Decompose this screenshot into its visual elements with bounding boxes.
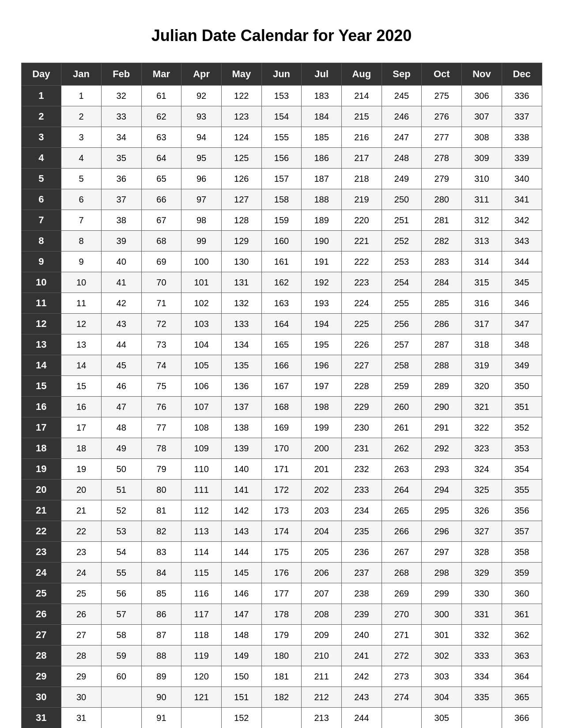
data-cell: 293 (422, 459, 462, 480)
data-cell: 23 (61, 542, 102, 563)
data-cell: 158 (261, 189, 302, 210)
data-cell: 302 (422, 645, 462, 666)
data-cell: 10 (61, 272, 102, 293)
data-cell: 275 (422, 86, 462, 106)
data-cell: 46 (101, 376, 141, 397)
julian-date-table: DayJanFebMarAprMayJunJulAugSepOctNovDec … (21, 63, 542, 728)
data-cell: 50 (101, 459, 141, 480)
table-row: 19195079110140171201232263293324354 (21, 459, 542, 480)
data-cell: 106 (181, 376, 222, 397)
data-cell: 96 (181, 169, 222, 189)
data-cell: 4 (61, 148, 102, 169)
table-row: 15154675106136167197228259289320350 (21, 376, 542, 397)
data-cell: 211 (302, 666, 342, 687)
data-cell: 39 (101, 231, 141, 251)
data-cell: 179 (261, 625, 302, 645)
data-cell: 319 (462, 355, 502, 376)
day-cell: 15 (21, 376, 61, 397)
data-cell: 331 (462, 604, 502, 625)
data-cell: 268 (382, 563, 422, 583)
data-cell: 143 (221, 521, 261, 542)
data-cell: 27 (61, 625, 102, 645)
data-cell (261, 708, 302, 728)
data-cell: 131 (221, 272, 261, 293)
data-cell: 145 (221, 563, 261, 583)
data-cell: 276 (422, 106, 462, 127)
data-cell: 90 (141, 687, 181, 708)
table-row: 22225382113143174204235266296327357 (21, 521, 542, 542)
data-cell: 31 (61, 708, 102, 728)
table-row: 28285988119149180210241272302333363 (21, 645, 542, 666)
data-cell: 124 (221, 127, 261, 148)
data-cell: 9 (61, 251, 102, 272)
day-cell: 27 (21, 625, 61, 645)
data-cell: 333 (462, 645, 502, 666)
day-cell: 24 (21, 563, 61, 583)
data-cell: 212 (302, 687, 342, 708)
data-cell: 99 (181, 231, 222, 251)
data-cell: 270 (382, 604, 422, 625)
data-cell: 204 (302, 521, 342, 542)
column-header-mar: Mar (141, 63, 181, 86)
data-cell: 232 (342, 459, 382, 480)
data-cell: 198 (302, 397, 342, 417)
data-cell: 363 (502, 645, 542, 666)
data-cell: 93 (181, 106, 222, 127)
data-cell: 134 (221, 334, 261, 355)
day-cell: 6 (21, 189, 61, 210)
data-cell: 8 (61, 231, 102, 251)
data-cell: 303 (422, 666, 462, 687)
data-cell: 59 (101, 645, 141, 666)
day-cell: 4 (21, 148, 61, 169)
data-cell: 227 (342, 355, 382, 376)
table-row: 10104170101131162192223254284315345 (21, 272, 542, 293)
data-cell: 327 (462, 521, 502, 542)
column-header-jan: Jan (61, 63, 102, 86)
data-cell: 32 (101, 86, 141, 106)
data-cell: 296 (422, 521, 462, 542)
data-cell: 6 (61, 189, 102, 210)
data-cell: 25 (61, 583, 102, 604)
data-cell: 190 (302, 231, 342, 251)
data-cell: 219 (342, 189, 382, 210)
data-cell: 105 (181, 355, 222, 376)
data-cell: 156 (261, 148, 302, 169)
day-cell: 17 (21, 417, 61, 438)
data-cell: 52 (101, 500, 141, 521)
data-cell: 308 (462, 127, 502, 148)
data-cell: 191 (302, 251, 342, 272)
table-row: 18184978109139170200231262292323353 (21, 438, 542, 459)
data-cell: 305 (422, 708, 462, 728)
data-cell: 286 (422, 314, 462, 334)
data-cell: 241 (342, 645, 382, 666)
data-cell: 338 (502, 127, 542, 148)
data-cell: 67 (141, 210, 181, 231)
day-cell: 21 (21, 500, 61, 521)
data-cell: 289 (422, 376, 462, 397)
data-cell: 89 (141, 666, 181, 687)
data-cell: 217 (342, 148, 382, 169)
data-cell: 345 (502, 272, 542, 293)
data-cell: 187 (302, 169, 342, 189)
data-cell: 278 (422, 148, 462, 169)
data-cell: 34 (101, 127, 141, 148)
data-cell: 35 (101, 148, 141, 169)
data-cell: 247 (382, 127, 422, 148)
data-cell: 150 (221, 666, 261, 687)
data-cell: 251 (382, 210, 422, 231)
data-cell: 340 (502, 169, 542, 189)
data-cell: 292 (422, 438, 462, 459)
data-cell: 7 (61, 210, 102, 231)
data-cell: 192 (302, 272, 342, 293)
data-cell: 103 (181, 314, 222, 334)
data-cell: 314 (462, 251, 502, 272)
data-cell: 183 (302, 86, 342, 106)
data-cell: 114 (181, 542, 222, 563)
data-cell: 200 (302, 438, 342, 459)
data-cell: 357 (502, 521, 542, 542)
data-cell: 250 (382, 189, 422, 210)
data-cell: 68 (141, 231, 181, 251)
data-cell: 235 (342, 521, 382, 542)
data-cell: 117 (181, 604, 222, 625)
data-cell: 243 (342, 687, 382, 708)
